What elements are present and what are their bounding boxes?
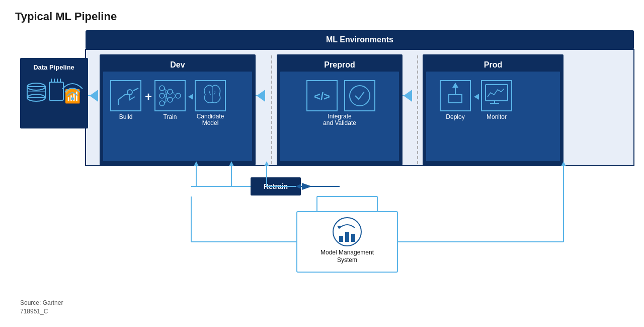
svg-text:System: System bbox=[337, 256, 357, 264]
svg-text:Preprod: Preprod bbox=[324, 60, 355, 69]
svg-text:Train: Train bbox=[164, 113, 177, 120]
page-title: Typical ML Pipeline bbox=[15, 10, 629, 23]
svg-text:+: + bbox=[145, 90, 152, 103]
svg-text:ML Environments: ML Environments bbox=[326, 35, 393, 44]
svg-text:Build: Build bbox=[119, 113, 133, 120]
svg-text:718951_C: 718951_C bbox=[20, 308, 48, 315]
svg-text:Monitor: Monitor bbox=[487, 113, 507, 120]
svg-text:Deploy: Deploy bbox=[446, 113, 464, 120]
svg-rect-91 bbox=[339, 236, 343, 242]
svg-text:Model Management: Model Management bbox=[320, 249, 374, 256]
svg-text:Dev: Dev bbox=[170, 60, 185, 69]
svg-rect-93 bbox=[351, 234, 355, 242]
svg-text:</>: </> bbox=[314, 90, 330, 103]
svg-text:Prod: Prod bbox=[484, 60, 502, 69]
svg-text:Candidate: Candidate bbox=[197, 113, 224, 120]
svg-text:Data Pipeline: Data Pipeline bbox=[33, 63, 74, 71]
svg-text:and Validate: and Validate bbox=[323, 119, 356, 126]
svg-text:Source: Gartner: Source: Gartner bbox=[20, 299, 63, 306]
svg-text:Integrate: Integrate bbox=[328, 113, 352, 120]
svg-point-15 bbox=[71, 97, 74, 100]
svg-rect-92 bbox=[345, 232, 349, 242]
svg-text:Model: Model bbox=[202, 119, 219, 126]
